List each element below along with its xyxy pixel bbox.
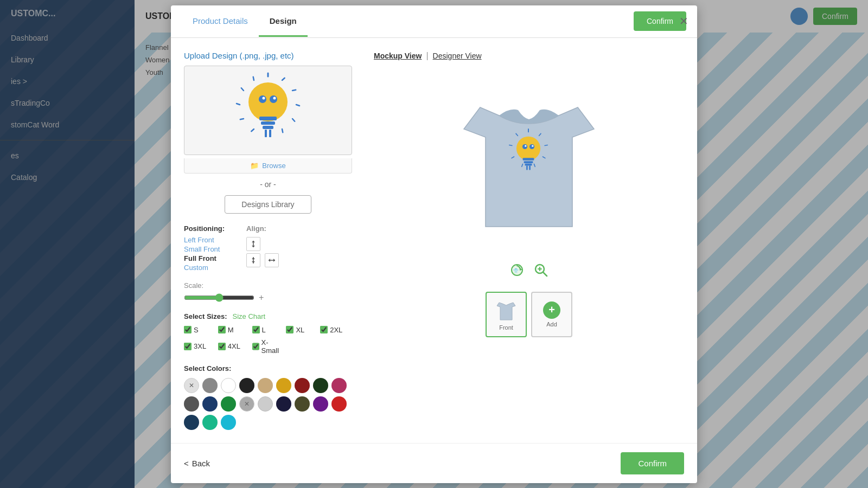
color-swatch-18[interactable] [184, 415, 199, 430]
color-swatch-4[interactable] [258, 378, 273, 393]
svg-point-42 [522, 144, 527, 149]
color-swatch-19[interactable] [202, 415, 218, 430]
positioning-options: Positioning: Left Front Small Front Full… [184, 224, 225, 273]
color-swatch-1[interactable] [202, 378, 218, 393]
modal-body: Upload Design (.png, .jpg, etc) [171, 38, 697, 443]
color-swatch-6[interactable] [295, 378, 310, 393]
shirt-rotate-btn[interactable]: 👕 [509, 262, 525, 281]
size-m[interactable]: M [218, 326, 250, 334]
thumbnail-add[interactable]: + Add [531, 292, 572, 337]
svg-point-41 [516, 136, 540, 160]
sizes-label: Select Sizes: [184, 312, 227, 320]
position-custom[interactable]: Custom [184, 264, 225, 272]
color-swatch-17[interactable] [331, 396, 347, 412]
svg-line-2 [292, 89, 296, 92]
align-vertical-btn[interactable] [246, 237, 260, 251]
scale-slider[interactable] [184, 293, 254, 302]
size-xl-checkbox[interactable] [286, 326, 293, 333]
align-horizontal-btn[interactable] [265, 253, 279, 267]
color-swatch-5[interactable] [276, 378, 291, 393]
svg-point-13 [270, 95, 277, 103]
svg-marker-28 [269, 259, 270, 262]
color-swatch-3[interactable] [239, 378, 254, 393]
color-swatch-16[interactable] [313, 396, 328, 412]
add-circle: + [543, 301, 560, 319]
svg-line-5 [281, 129, 284, 132]
color-swatch-8[interactable] [331, 378, 347, 393]
size-4xl-checkbox[interactable] [218, 343, 226, 350]
size-2xl-checkbox[interactable] [320, 326, 328, 333]
view-toggle: Mockup View | Designer View [374, 51, 482, 61]
align-vertical2-btn[interactable] [246, 253, 260, 267]
color-swatch-2[interactable] [221, 378, 236, 393]
svg-rect-49 [526, 165, 528, 170]
size-s-checkbox[interactable] [184, 326, 192, 333]
size-2xl[interactable]: 2XL [320, 326, 352, 334]
designs-library-btn[interactable]: Designs Library [225, 195, 311, 214]
svg-marker-22 [252, 241, 255, 242]
upload-dropzone[interactable] [184, 66, 352, 155]
footer-confirm-btn[interactable]: Confirm [621, 452, 684, 474]
size-xsmall-checkbox[interactable] [252, 343, 259, 350]
size-m-checkbox[interactable] [218, 326, 226, 333]
thumbnail-front-label: Front [499, 324, 513, 331]
back-arrow: < [184, 459, 189, 468]
colors-grid: ✕ ✕ [184, 378, 352, 430]
svg-rect-18 [263, 126, 273, 129]
size-3xl[interactable]: 3XL [184, 338, 216, 355]
svg-line-6 [251, 129, 254, 132]
lightbulb-image [235, 72, 301, 148]
color-swatch-0[interactable]: ✕ [184, 378, 199, 393]
svg-line-9 [241, 88, 244, 91]
color-swatch-11[interactable] [221, 396, 236, 412]
shirt-zoom-btn[interactable] [533, 262, 548, 281]
designer-view-link[interactable]: Designer View [433, 52, 482, 60]
modal: Product Details Design Confirm ✕ Upload … [171, 5, 697, 483]
mockup-view-link[interactable]: Mockup View [374, 52, 422, 60]
svg-point-45 [532, 145, 533, 146]
color-swatch-15[interactable] [295, 396, 310, 412]
sizes-section: Select Sizes: Size Chart S M L [184, 312, 352, 355]
color-swatch-7[interactable] [313, 378, 328, 393]
size-chart-link[interactable]: Size Chart [233, 312, 266, 320]
tab-product-details[interactable]: Product Details [182, 7, 259, 37]
color-swatch-9[interactable] [184, 396, 199, 412]
size-l-checkbox[interactable] [252, 326, 260, 333]
modal-header-confirm-btn[interactable]: Confirm [634, 11, 686, 31]
modal-close-btn[interactable]: ✕ [679, 15, 688, 28]
modal-footer: < Back Confirm [171, 443, 697, 483]
tab-design[interactable]: Design [259, 7, 308, 37]
svg-line-39 [509, 145, 512, 145]
size-s[interactable]: S [184, 326, 216, 334]
align-label: Align: [246, 224, 279, 233]
back-link[interactable]: < Back [184, 459, 210, 468]
color-swatch-20[interactable] [221, 415, 236, 430]
right-panel: Mockup View | Designer View [374, 51, 684, 430]
thumbnail-shirt-icon [496, 298, 516, 322]
size-4xl[interactable]: 4XL [218, 338, 250, 355]
browse-btn[interactable]: 📁 Browse [184, 158, 352, 174]
positioning-section: Positioning: Left Front Small Front Full… [184, 224, 352, 273]
size-xsmall[interactable]: X-Small [252, 338, 284, 355]
thumbnail-front[interactable]: Front [486, 292, 527, 337]
svg-rect-47 [524, 161, 533, 163]
shirt-actions: 👕 [509, 262, 548, 281]
back-label: Back [192, 459, 210, 468]
position-small-front[interactable]: Small Front [184, 245, 225, 253]
size-3xl-checkbox[interactable] [184, 343, 192, 350]
thumbnail-add-label: Add [546, 321, 557, 328]
align-section: Align: [246, 224, 279, 273]
position-full-front[interactable]: Full Front [184, 254, 225, 262]
size-xl[interactable]: XL [286, 326, 318, 334]
position-left-front[interactable]: Left Front [184, 236, 225, 244]
view-divider: | [426, 51, 428, 61]
positioning-label: Positioning: [184, 224, 225, 233]
color-swatch-13[interactable] [258, 396, 273, 412]
color-swatch-12[interactable]: ✕ [239, 396, 254, 412]
rotate-icon: 👕 [509, 262, 525, 278]
color-swatch-10[interactable] [202, 396, 218, 412]
size-l[interactable]: L [252, 326, 284, 334]
svg-line-10 [252, 77, 255, 80]
svg-rect-17 [261, 121, 275, 125]
color-swatch-14[interactable] [276, 396, 291, 412]
